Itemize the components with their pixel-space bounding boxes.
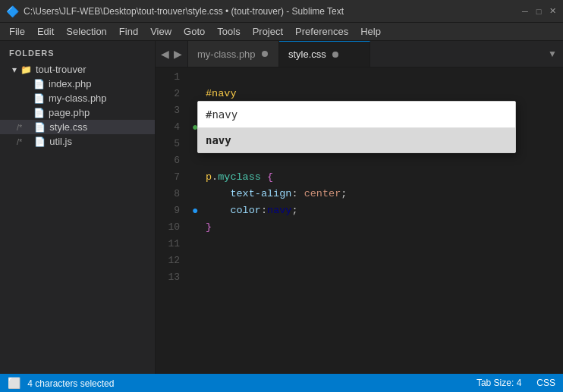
code-line-9: ● color:navy; (192, 202, 563, 219)
folder-icon: 📁 (20, 64, 32, 75)
code-text: } (206, 219, 212, 236)
file-icon: 📄 (33, 108, 45, 118)
sidebar: FOLDERS ▾ 📁 tout-trouver 📄 index.php 📄 m… (0, 41, 156, 374)
nav-next[interactable]: ▶ (171, 46, 184, 61)
code-text (261, 169, 267, 186)
editor-container: ◀ ▶ my-class.php style.css ▼ #navy navy (156, 41, 563, 374)
status-lang: CSS (536, 378, 555, 388)
tab-unsaved-dot (262, 51, 268, 57)
dot-none (25, 139, 31, 145)
close-button[interactable]: ✕ (548, 7, 557, 16)
sidebar-item-index[interactable]: 📄 index.php (0, 77, 155, 91)
code-text: center (304, 186, 341, 202)
comment-marker: /* (17, 137, 22, 146)
code-text: ; (341, 186, 347, 202)
code-text: { (267, 169, 273, 186)
status-left: ⬜ 4 characters selected (8, 377, 477, 389)
folders-header: FOLDERS (0, 41, 155, 62)
dot-none (24, 110, 30, 116)
code-text: : (291, 186, 304, 202)
menu-item-project[interactable]: Project (247, 24, 289, 39)
file-label: util.js (49, 136, 72, 147)
code-text: : (261, 202, 267, 219)
code-text: #navy (206, 86, 237, 102)
code-line-1 (192, 69, 563, 86)
main-layout: FOLDERS ▾ 📁 tout-trouver 📄 index.php 📄 m… (0, 41, 563, 374)
file-label: my-class.php (49, 93, 107, 104)
code-text: myclass (218, 169, 261, 186)
minimize-button[interactable]: ─ (521, 7, 530, 16)
sidebar-item-page[interactable]: 📄 page.php (0, 105, 155, 120)
menu-item-preferences[interactable]: Preferences (289, 24, 354, 39)
menu-item-goto[interactable]: Goto (178, 24, 211, 39)
code-text: navy (267, 202, 291, 219)
menu-item-file[interactable]: File (3, 24, 31, 39)
sidebar-item-myclass[interactable]: 📄 my-class.php (0, 91, 155, 105)
editor[interactable]: #navy navy 1 2 3 4 5 6 7 8 9 10 11 12 (156, 67, 563, 374)
nav-prev[interactable]: ◀ (159, 46, 171, 61)
menubar: FileEditSelectionFindViewGotoToolsProjec… (0, 23, 563, 41)
sidebar-root[interactable]: ▾ 📁 tout-trouver (0, 62, 155, 77)
menu-item-view[interactable]: View (144, 24, 178, 39)
tab-stylecss[interactable]: style.css (279, 41, 370, 67)
status-icon: ⬜ (8, 377, 20, 389)
nav-arrows: ◀ ▶ (156, 41, 188, 67)
autocomplete-result[interactable]: navy (198, 128, 515, 152)
dot-none (25, 124, 31, 130)
tabbar: ◀ ▶ my-class.php style.css ▼ (156, 41, 563, 67)
file-icon: 📄 (33, 93, 45, 104)
code-text: color (230, 202, 261, 219)
sidebar-item-style[interactable]: /* 📄 style.css (0, 120, 155, 134)
tab-myclassphp[interactable]: my-class.php (188, 41, 279, 67)
menu-item-tools[interactable]: Tools (211, 24, 246, 39)
menu-item-edit[interactable]: Edit (31, 24, 60, 39)
menu-item-find[interactable]: Find (113, 24, 144, 39)
code-text: ; (291, 202, 297, 219)
dot-none (24, 81, 30, 87)
root-label: tout-trouver (36, 64, 86, 75)
code-line-10: } (192, 219, 563, 236)
menu-item-selection[interactable]: Selection (60, 24, 112, 39)
title-text: C:\Users\JLF-WEB\Desktop\tout-trouver\st… (24, 6, 521, 17)
line-numbers: 1 2 3 4 5 6 7 8 9 10 11 12 13 (156, 67, 186, 374)
autocomplete-popup: #navy navy (197, 101, 516, 153)
tab-dropdown[interactable]: ▼ (542, 41, 563, 67)
tab-label: my-class.php (197, 49, 256, 60)
menu-item-help[interactable]: Help (354, 24, 387, 39)
sidebar-item-util[interactable]: /* 📄 util.js (0, 134, 155, 149)
code-text: p (206, 169, 212, 186)
autocomplete-input: #navy (198, 102, 515, 128)
file-icon: 📄 (34, 122, 46, 133)
tab-label: style.css (288, 49, 326, 60)
code-line-7: p.myclass { (192, 169, 563, 186)
status-tabsize: Tab Size: 4 (477, 378, 521, 388)
file-label: index.php (49, 78, 91, 89)
status-selection: 4 characters selected (27, 378, 114, 389)
titlebar: 🔷 C:\Users\JLF-WEB\Desktop\tout-trouver\… (0, 0, 563, 23)
file-label: style.css (49, 121, 87, 133)
code-line-2: #navy (192, 86, 563, 102)
code-text: . (212, 169, 218, 186)
maximize-button[interactable]: □ (534, 7, 543, 16)
code-line-13 (192, 269, 563, 286)
app-icon: 🔷 (6, 5, 19, 17)
statusbar: ⬜ 4 characters selected Tab Size: 4 CSS (0, 374, 563, 392)
code-line-12 (192, 252, 563, 269)
window-controls: ─ □ ✕ (521, 7, 557, 16)
tab-unsaved-dot (332, 52, 338, 58)
code-text: text-align (230, 186, 291, 202)
comment-marker: /* (17, 123, 22, 132)
code-line-6 (192, 152, 563, 169)
line-marker-9: ● (192, 202, 206, 219)
code-line-11 (192, 236, 563, 252)
status-right: Tab Size: 4 CSS (477, 378, 555, 388)
collapse-icon: ▾ (12, 64, 17, 75)
code-line-8: text-align: center; (192, 186, 563, 202)
code-text (206, 186, 230, 202)
file-label: page.php (49, 107, 90, 118)
dot-none (24, 96, 30, 102)
file-icon: 📄 (34, 136, 46, 147)
code-text (206, 202, 230, 219)
file-icon: 📄 (33, 79, 45, 89)
